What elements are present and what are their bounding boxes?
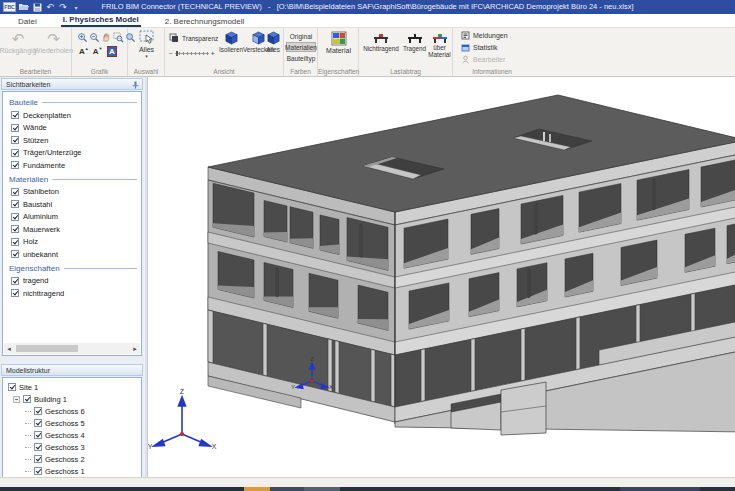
redo-icon[interactable]: ↷ (58, 2, 68, 12)
checkbox-checked-icon[interactable] (11, 161, 19, 169)
slider-min-icon[interactable]: − (169, 50, 173, 57)
zoom-window-icon[interactable] (113, 32, 124, 43)
show-all-button[interactable]: Alles (263, 31, 283, 53)
slider-handle[interactable] (176, 51, 178, 56)
checkbox-checked-icon[interactable] (11, 124, 19, 132)
nichttragend-button[interactable]: Nichttragend (360, 32, 402, 52)
pan-hand-icon[interactable] (101, 32, 112, 43)
checkbox-checked-icon[interactable] (34, 407, 42, 415)
pin-icon[interactable] (132, 81, 139, 89)
slider-max-icon[interactable]: + (211, 50, 215, 57)
world-axis-icon: Z Y X (148, 388, 217, 450)
3d-model-canvas[interactable]: Z Y X Z Y X (148, 77, 735, 477)
statistik-button[interactable]: Statistik (461, 43, 498, 52)
collapse-icon[interactable] (13, 396, 20, 403)
beam-nonbearing-icon (373, 32, 389, 44)
transparency-slider[interactable]: − + (169, 50, 215, 57)
cube-all-icon (266, 31, 281, 45)
sichtbarkeiten-panel: Bauteile Deckenplatten Wände Stützen Trä… (2, 91, 142, 356)
visibility-item-traeger[interactable]: Träger/Unterzüge (9, 147, 137, 160)
tree-item-geschoss1[interactable]: Geschoss 1 (7, 465, 139, 477)
checkbox-checked-icon[interactable] (34, 455, 42, 463)
svg-text:Y: Y (291, 384, 295, 390)
modellstruktur-panel-header[interactable]: Modellstruktur (1, 364, 143, 376)
open-folder-icon[interactable] (19, 2, 29, 12)
visibility-item-holz[interactable]: Holz (9, 236, 137, 249)
tree-item-building1[interactable]: Building 1 (7, 393, 139, 405)
checkbox-checked-icon[interactable] (11, 149, 19, 157)
quick-access-toolbar: FBC ↶ ↷ ▾ (3, 1, 81, 13)
beam-bearing-icon (407, 32, 423, 44)
svg-text:X: X (329, 384, 333, 390)
visibility-item-unbekannt[interactable]: unbekannt (9, 248, 137, 261)
scroll-left-icon[interactable]: ◂ (4, 345, 14, 353)
horizontal-scrollbar[interactable]: ◂ ▸ (4, 343, 140, 354)
undo-icon: ↶ (12, 31, 25, 46)
visibility-item-mauerwerk[interactable]: Mauerwerk (9, 223, 137, 236)
font-increase-icon[interactable]: A▲ (79, 46, 89, 56)
font-color-icon[interactable]: A (107, 46, 118, 57)
tree-item-geschoss2[interactable]: Geschoss 2 (7, 453, 139, 465)
checkbox-checked-icon[interactable] (34, 443, 42, 451)
checkbox-checked-icon[interactable] (11, 213, 19, 221)
checkbox-checked-icon[interactable] (11, 111, 19, 119)
color-materialien-button[interactable]: Materialien (286, 42, 316, 52)
visibility-item-baustahl[interactable]: Baustahl (9, 198, 137, 211)
visibility-item-stuetzen[interactable]: Stützen (9, 134, 137, 147)
scrollbar-thumb[interactable] (16, 345, 78, 352)
checkbox-checked-icon[interactable] (11, 136, 19, 144)
tree-item-site1[interactable]: Site 1 (7, 381, 139, 393)
checkbox-checked-icon[interactable] (11, 277, 19, 285)
visibility-item-waende[interactable]: Wände (9, 122, 137, 135)
visibility-item-deckenplatten[interactable]: Deckenplatten (9, 109, 137, 122)
font-decrease-icon[interactable]: A▼ (93, 46, 103, 56)
bearbeiter-button[interactable]: Bearbeiter (461, 55, 505, 64)
tab-datei[interactable]: Datei (16, 15, 39, 27)
zoom-in-icon[interactable] (77, 32, 88, 43)
zoom-out-icon[interactable] (89, 32, 100, 43)
tree-item-geschoss5[interactable]: Geschoss 5 (7, 417, 139, 429)
checkbox-checked-icon[interactable] (8, 383, 16, 391)
undo-icon[interactable]: ↶ (45, 2, 55, 12)
select-all-button[interactable]: Alles ▾ (130, 30, 163, 59)
beam-material-icon (432, 32, 448, 44)
checkbox-checked-icon[interactable] (11, 238, 19, 246)
app-menu-button[interactable]: FBC (3, 2, 16, 12)
sichtbarkeiten-panel-header[interactable]: Sichtbarkeiten (1, 78, 143, 90)
checkbox-checked-icon[interactable] (34, 419, 42, 427)
redo-button[interactable]: ↷ Wiederholen (36, 31, 71, 54)
checkbox-checked-icon[interactable] (34, 431, 42, 439)
checkbox-checked-icon[interactable] (23, 395, 31, 403)
ribbon-group-ansicht: Transparenz − + Isolieren Verstecken (165, 28, 284, 76)
qat-dropdown-icon[interactable]: ▾ (71, 2, 81, 12)
tree-item-geschoss4[interactable]: Geschoss 4 (7, 429, 139, 441)
tab-physisches-model[interactable]: I. Physisches Model (61, 13, 141, 27)
ribbon-group-auswahl: Alles ▾ Auswahl (128, 28, 165, 76)
tree-item-geschoss6[interactable]: Geschoss 6 (7, 405, 139, 417)
undo-button[interactable]: ↶ Rückgängig (1, 31, 35, 54)
checkbox-checked-icon[interactable] (11, 250, 19, 258)
meldungen-button[interactable]: Meldungen (461, 31, 508, 40)
checkbox-checked-icon[interactable] (11, 188, 19, 196)
tragend-button[interactable]: Tragend (402, 32, 427, 52)
checkbox-checked-icon[interactable] (11, 200, 19, 208)
tab-berechnungsmodell[interactable]: 2. Berechnungsmodell (163, 15, 247, 27)
tree-item-geschoss3[interactable]: Geschoss 3 (7, 441, 139, 453)
checkbox-checked-icon[interactable] (11, 289, 19, 297)
checkbox-checked-icon[interactable] (34, 467, 42, 475)
isolate-button[interactable]: Isolieren (218, 31, 244, 53)
scroll-right-icon[interactable]: ▸ (130, 345, 140, 353)
visibility-item-stahlbeton[interactable]: Stahlbeton (9, 186, 137, 199)
ueber-material-button[interactable]: über Material (427, 32, 452, 58)
visibility-item-aluminium[interactable]: Aluminium (9, 211, 137, 224)
save-icon[interactable] (32, 2, 42, 12)
visibility-item-fundamente[interactable]: Fundamente (9, 159, 137, 172)
color-bauteiltyp-button[interactable]: Bauteiltyp (286, 53, 316, 63)
material-button[interactable]: Material (321, 31, 356, 54)
checkbox-checked-icon[interactable] (11, 225, 19, 233)
section-eigenschaften: Eigenschaften (9, 264, 137, 273)
visibility-item-nichttragend[interactable]: nichttragend (9, 287, 137, 300)
color-original-button[interactable]: Original (286, 31, 316, 41)
visibility-item-tragend[interactable]: tragend (9, 275, 137, 288)
viewport-3d[interactable]: Z Y X Z Y X (147, 77, 735, 477)
